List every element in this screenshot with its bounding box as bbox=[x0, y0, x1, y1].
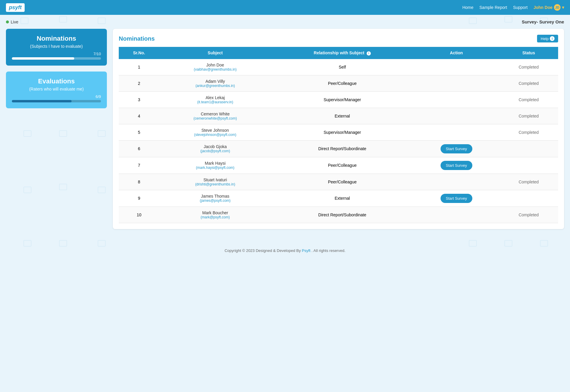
dropdown-icon: ▾ bbox=[562, 5, 564, 10]
cell-action[interactable]: Start Survey bbox=[414, 140, 499, 157]
footer-brand[interactable]: Psyft bbox=[302, 248, 311, 253]
table-row: 8Stuart Ivaturi(drishti@greenthumbs.in)P… bbox=[119, 174, 558, 190]
table-row: 10Mark Boucher(mark@psyft.com)Direct Rep… bbox=[119, 207, 558, 223]
table-row: 5Steve Johnson(stevejohnson@psyft.com)Su… bbox=[119, 124, 558, 140]
cell-srno: 8 bbox=[119, 174, 159, 190]
main-container: Live Survey- Survey One Nominations (Sub… bbox=[0, 15, 570, 234]
help-icon: i bbox=[550, 36, 555, 41]
table-row: 4Cemeron White(cemeronwhite@psyft.com)Ex… bbox=[119, 108, 558, 124]
col-subject: Subject bbox=[159, 47, 271, 59]
cell-srno: 6 bbox=[119, 140, 159, 157]
user-avatar: JD bbox=[554, 4, 560, 11]
cell-subject: Stuart Ivaturi(drishti@greenthumbs.in) bbox=[159, 174, 271, 190]
cell-status: Completed bbox=[499, 75, 558, 91]
cell-subject: Mark Haysi(mark.haysi@psyft.com) bbox=[159, 157, 271, 174]
nominations-progress-container: 7/10 bbox=[12, 52, 101, 60]
table-row: 6Jacob Gjoka(jacob@psyft.com)Direct Repo… bbox=[119, 140, 558, 157]
evaluations-progress-bar-bg bbox=[12, 100, 101, 102]
nav: Home Sample Report Support John Doe JD ▾ bbox=[462, 4, 564, 11]
start-survey-button[interactable]: Start Survey bbox=[441, 161, 473, 170]
nominations-progress-bar-fill bbox=[12, 57, 74, 60]
main-content: Nominations Help i Sr.No. Subject Relati… bbox=[113, 29, 564, 229]
subject-name: James Thomas bbox=[162, 194, 268, 199]
subject-name: Mark Boucher bbox=[162, 210, 268, 215]
info-icon: i bbox=[367, 51, 371, 55]
evaluations-subtitle: (Raters who will evaluate me) bbox=[12, 87, 101, 91]
cell-subject: Jacob Gjoka(jacob@psyft.com) bbox=[159, 140, 271, 157]
evaluations-title: Evaluations bbox=[12, 77, 101, 85]
cell-subject: Mark Boucher(mark@psyft.com) bbox=[159, 207, 271, 223]
table-row: 1John Doe(vaibhav@greenthumbs.in)SelfCom… bbox=[119, 59, 558, 75]
sidebar: Nominations (Subjects I have to evaluate… bbox=[6, 29, 107, 229]
nav-sample-report[interactable]: Sample Report bbox=[479, 5, 507, 10]
subject-email: (drishti@greenthumbs.in) bbox=[162, 182, 268, 186]
cell-status: Completed bbox=[499, 174, 558, 190]
nominations-card: Nominations (Subjects I have to evaluate… bbox=[6, 29, 107, 66]
cell-status: Completed bbox=[499, 124, 558, 140]
cell-subject: Cemeron White(cemeronwhite@psyft.com) bbox=[159, 108, 271, 124]
cell-status bbox=[499, 157, 558, 174]
live-label: Live bbox=[11, 20, 18, 24]
nominations-progress-label: 7/10 bbox=[12, 52, 101, 56]
cell-relationship: Peer/Colleague bbox=[271, 75, 414, 91]
cell-action bbox=[414, 174, 499, 190]
nominations-table: Sr.No. Subject Relationship with Subject… bbox=[119, 47, 558, 223]
cell-srno: 10 bbox=[119, 207, 159, 223]
cell-action[interactable]: Start Survey bbox=[414, 190, 499, 207]
subject-email: (ankur@greenthumbs.in) bbox=[162, 84, 268, 88]
start-survey-button[interactable]: Start Survey bbox=[441, 194, 473, 203]
subject-email: (cemeronwhite@psyft.com) bbox=[162, 116, 268, 120]
subject-name: Steve Johnson bbox=[162, 128, 268, 133]
cell-relationship: External bbox=[271, 190, 414, 207]
cell-srno: 7 bbox=[119, 157, 159, 174]
table-row: 9James Thomas(james@psyft.com)ExternalSt… bbox=[119, 190, 558, 207]
cell-relationship: External bbox=[271, 108, 414, 124]
nav-home[interactable]: Home bbox=[462, 5, 473, 10]
nominations-title: Nominations bbox=[12, 35, 101, 42]
table-row: 2Adam Villy(ankur@greenthumbs.in)Peer/Co… bbox=[119, 75, 558, 91]
col-relationship: Relationship with Subject i bbox=[271, 47, 414, 59]
subject-name: Stuart Ivaturi bbox=[162, 177, 268, 182]
cell-srno: 5 bbox=[119, 124, 159, 140]
table-head: Sr.No. Subject Relationship with Subject… bbox=[119, 47, 558, 59]
cell-subject: John Doe(vaibhav@greenthumbs.in) bbox=[159, 59, 271, 75]
subject-email: (it.team1@auraserv.in) bbox=[162, 100, 268, 104]
cell-srno: 2 bbox=[119, 75, 159, 91]
table-header-row-el: Sr.No. Subject Relationship with Subject… bbox=[119, 47, 558, 59]
cell-srno: 4 bbox=[119, 108, 159, 124]
cell-relationship: Peer/Colleague bbox=[271, 174, 414, 190]
cell-relationship: Peer/Colleague bbox=[271, 157, 414, 174]
cell-relationship: Supervisor/Manager bbox=[271, 91, 414, 108]
table-body: 1John Doe(vaibhav@greenthumbs.in)SelfCom… bbox=[119, 59, 558, 223]
footer-suffix: . All rights reserved. bbox=[311, 248, 345, 253]
help-button[interactable]: Help i bbox=[537, 35, 558, 42]
cell-action[interactable]: Start Survey bbox=[414, 157, 499, 174]
cell-relationship: Supervisor/Manager bbox=[271, 124, 414, 140]
subject-email: (mark.haysi@psyft.com) bbox=[162, 166, 268, 170]
user-menu[interactable]: John Doe JD ▾ bbox=[533, 4, 564, 11]
table-header-row: Nominations Help i bbox=[119, 35, 558, 42]
subject-email: (vaibhav@greenthumbs.in) bbox=[162, 67, 268, 72]
subject-name: Alex Lekaj bbox=[162, 95, 268, 100]
nominations-subtitle: (Subjects I have to evaluate) bbox=[12, 44, 101, 49]
footer: Copyright © 2023 Designed & Developed By… bbox=[0, 242, 570, 259]
cell-status: Completed bbox=[499, 207, 558, 223]
cell-srno: 9 bbox=[119, 190, 159, 207]
evaluations-progress-container: 6/9 bbox=[12, 94, 101, 102]
cell-relationship: Self bbox=[271, 59, 414, 75]
cell-srno: 1 bbox=[119, 59, 159, 75]
user-name: John Doe bbox=[533, 5, 552, 10]
table-row: 7Mark Haysi(mark.haysi@psyft.com)Peer/Co… bbox=[119, 157, 558, 174]
survey-title: Survey- Survey One bbox=[522, 19, 564, 24]
subject-email: (mark@psyft.com) bbox=[162, 215, 268, 219]
nominations-progress-bar-bg bbox=[12, 57, 101, 60]
evaluations-card: Evaluations (Raters who will evaluate me… bbox=[6, 72, 107, 108]
col-action: Action bbox=[414, 47, 499, 59]
table-title: Nominations bbox=[119, 35, 155, 42]
cell-action bbox=[414, 124, 499, 140]
start-survey-button[interactable]: Start Survey bbox=[441, 144, 473, 153]
cell-subject: Steve Johnson(stevejohnson@psyft.com) bbox=[159, 124, 271, 140]
subject-name: Adam Villy bbox=[162, 79, 268, 84]
subject-name: John Doe bbox=[162, 63, 268, 67]
nav-support[interactable]: Support bbox=[513, 5, 528, 10]
